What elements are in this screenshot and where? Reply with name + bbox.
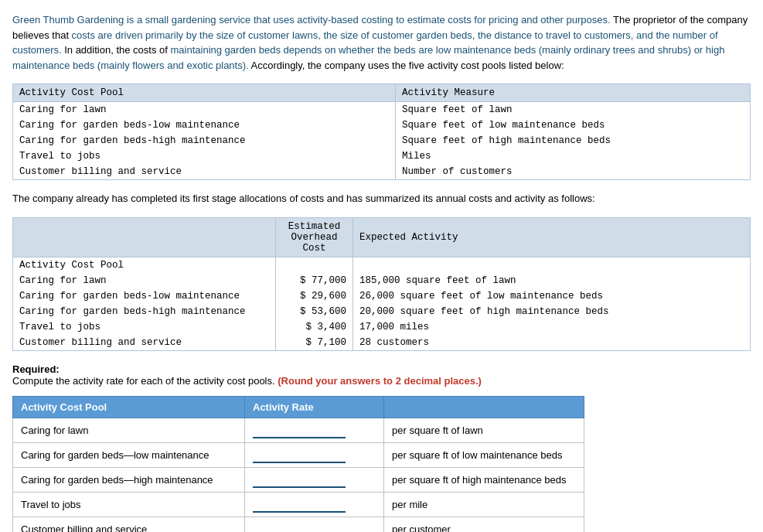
activity-measure-cell: Square feet of lawn: [396, 102, 751, 118]
cost-amount-cell: $ 29,600: [276, 288, 353, 304]
activity-rate-input[interactable]: [253, 422, 346, 438]
activity-measure-cell: Miles: [396, 148, 751, 164]
input-unit-cell: per mile: [384, 492, 584, 517]
input-unit-cell: per square ft of lawn: [384, 418, 584, 442]
input-rate-cell[interactable]: [245, 418, 384, 442]
col-activity-pool-header: Activity Cost Pool: [13, 84, 396, 102]
activity-cost-pool-table: Activity Cost Pool Activity Measure Cari…: [12, 84, 751, 180]
input-pool-cell: Customer billing and service: [13, 517, 245, 532]
input-pool-cell: Travel to jobs: [13, 492, 245, 517]
input-col2-header: Activity Rate: [245, 396, 384, 418]
input-rate-cell[interactable]: [245, 517, 384, 532]
activity-table-row: Customer billing and service Number of c…: [13, 164, 751, 180]
input-table-row: Travel to jobs per mile: [13, 492, 584, 517]
cost-pool-cell: Caring for lawn: [13, 273, 276, 288]
cost-amount-cell: $ 7,100: [276, 335, 353, 351]
input-unit-cell: per square ft of high maintenance beds: [384, 467, 584, 492]
input-pool-cell: Caring for garden beds—low maintenance: [13, 442, 245, 467]
cost-pool-cell: Travel to jobs: [13, 319, 276, 335]
cost-col3-header: Expected Activity: [353, 217, 751, 257]
cost-expected-cell: 20,000 square feet of high maintenance b…: [353, 304, 751, 319]
input-col3-header: [384, 396, 584, 418]
input-pool-cell: Caring for garden beds—high maintenance: [13, 467, 245, 492]
intro-text-highlight1: Green Thumb Gardening is a small gardeni…: [12, 14, 611, 26]
input-table-row: Caring for garden beds—low maintenance p…: [13, 442, 584, 467]
intro-text-highlight3: maintaining garden beds depends on wheth…: [12, 44, 724, 71]
activity-pool-cell: Caring for garden beds-low maintenance: [13, 118, 396, 133]
cost-expected-cell: 185,000 square feet of lawn: [353, 273, 751, 288]
activity-rate-input[interactable]: [253, 472, 346, 488]
cost-col2-header: EstimatedOverheadCost: [276, 217, 353, 257]
activity-table-row: Caring for garden beds-low maintenance S…: [13, 118, 751, 133]
activity-measure-cell: Square feet of high maintenance beds: [396, 133, 751, 148]
cost-amount-label: [276, 257, 353, 273]
cost-col1-header: [13, 217, 276, 257]
activity-table-row: Travel to jobs Miles: [13, 148, 751, 164]
cost-pool-cell: Customer billing and service: [13, 335, 276, 351]
input-table-row: Customer billing and service per custome…: [13, 517, 584, 532]
activity-table-row: Caring for lawn Square feet of lawn: [13, 102, 751, 118]
required-bold-red: (Round your answers to 2 decimal places.…: [278, 375, 482, 387]
input-rate-cell[interactable]: [245, 467, 384, 492]
activity-pool-cell: Caring for garden beds-high maintenance: [13, 133, 396, 148]
activity-rate-input[interactable]: [253, 447, 346, 463]
required-instruction: Compute the activity rate for each of th…: [12, 375, 482, 387]
input-unit-cell: per customer: [384, 517, 584, 532]
activity-measure-cell: Square feet of low maintenance beds: [396, 118, 751, 133]
activity-rate-input[interactable]: [253, 496, 346, 513]
cost-amount-cell: $ 77,000: [276, 273, 353, 288]
activity-table-row: Caring for garden beds-high maintenance …: [13, 133, 751, 148]
cost-pool-cell: Caring for garden beds-high maintenance: [13, 304, 276, 319]
cost-table-row: Caring for garden beds-low maintenance $…: [13, 288, 751, 304]
input-col1-header: Activity Cost Pool: [13, 396, 245, 418]
cost-table-row: Customer billing and service $ 7,100 28 …: [13, 335, 751, 351]
activity-pool-cell: Travel to jobs: [13, 148, 396, 164]
cost-table-row: Caring for garden beds-high maintenance …: [13, 304, 751, 319]
input-unit-cell: per square ft of low maintenance beds: [384, 442, 584, 467]
cost-amount-cell: $ 53,600: [276, 304, 353, 319]
summary-paragraph: The company already has completed its fi…: [12, 191, 751, 206]
cost-table-row: Travel to jobs $ 3,400 17,000 miles: [13, 319, 751, 335]
required-section: Required: Compute the activity rate for …: [12, 363, 751, 387]
input-rate-cell[interactable]: [245, 492, 384, 517]
activity-pool-cell: Customer billing and service: [13, 164, 396, 180]
activity-pool-cell: Caring for lawn: [13, 102, 396, 118]
cost-amount-cell: $ 3,400: [276, 319, 353, 335]
activity-rate-input-table: Activity Cost Pool Activity Rate Caring …: [12, 396, 584, 533]
estimated-cost-table: EstimatedOverheadCost Expected Activity …: [12, 217, 751, 351]
cost-expected-label: [353, 257, 751, 273]
activity-rate-input[interactable]: [253, 521, 346, 533]
cost-pool-cell: Caring for garden beds-low maintenance: [13, 288, 276, 304]
cost-table-row: Caring for lawn $ 77,000 185,000 square …: [13, 273, 751, 288]
intro-paragraph: Green Thumb Gardening is a small gardeni…: [12, 12, 751, 73]
input-table-row: Caring for garden beds—high maintenance …: [13, 467, 584, 492]
input-table-row: Caring for lawn per square ft of lawn: [13, 418, 584, 442]
input-rate-cell[interactable]: [245, 442, 384, 467]
input-pool-cell: Caring for lawn: [13, 418, 245, 442]
required-label: Required:: [12, 363, 60, 375]
cost-expected-cell: 26,000 square feet of low maintenance be…: [353, 288, 751, 304]
cost-pool-label: Activity Cost Pool: [13, 257, 276, 273]
col-activity-measure-header: Activity Measure: [396, 84, 751, 102]
activity-measure-cell: Number of customers: [396, 164, 751, 180]
cost-table-header-label-row: Activity Cost Pool: [13, 257, 751, 273]
cost-expected-cell: 17,000 miles: [353, 319, 751, 335]
cost-expected-cell: 28 customers: [353, 335, 751, 351]
